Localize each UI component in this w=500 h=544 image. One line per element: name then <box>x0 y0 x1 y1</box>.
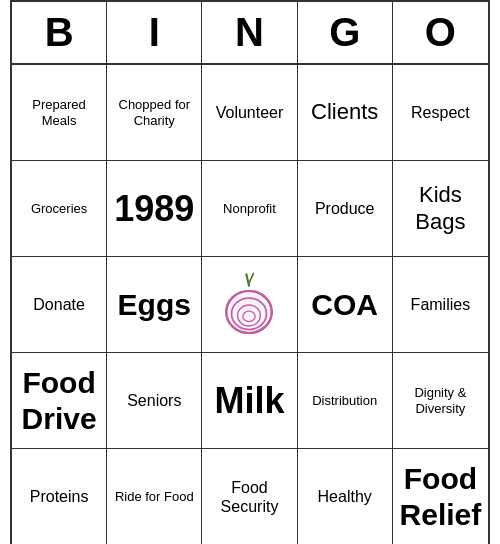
bingo-cell-17: Milk <box>202 353 297 449</box>
header-i: I <box>107 2 202 63</box>
svg-line-0 <box>247 274 250 285</box>
bingo-cell-3: Clients <box>298 65 393 161</box>
cell-text-19: Dignity & Diversity <box>399 385 482 416</box>
header-o: O <box>393 2 488 63</box>
cell-text-0: Prepared Meals <box>18 97 100 128</box>
cell-text-8: Produce <box>315 199 375 218</box>
cell-text-1: Chopped for Charity <box>113 97 195 128</box>
bingo-cell-10: Donate <box>12 257 107 353</box>
cell-text-4: Respect <box>411 103 470 122</box>
bingo-cell-9: Kids Bags <box>393 161 488 257</box>
cell-text-23: Healthy <box>318 487 372 506</box>
bingo-cell-7: Nonprofit <box>202 161 297 257</box>
bingo-cell-6: 1989 <box>107 161 202 257</box>
cell-text-11: Eggs <box>118 287 191 323</box>
cell-text-18: Distribution <box>312 393 377 409</box>
cell-text-21: Ride for Food <box>115 489 194 505</box>
bingo-cell-8: Produce <box>298 161 393 257</box>
bingo-cell-11: Eggs <box>107 257 202 353</box>
bingo-cell-23: Healthy <box>298 449 393 544</box>
cell-text-6: 1989 <box>114 187 194 230</box>
cell-text-7: Nonprofit <box>223 201 276 217</box>
bingo-cell-4: Respect <box>393 65 488 161</box>
bingo-cell-19: Dignity & Diversity <box>393 353 488 449</box>
header-g: G <box>298 2 393 63</box>
bingo-cell-13: COA <box>298 257 393 353</box>
bingo-cell-18: Distribution <box>298 353 393 449</box>
bingo-header: B I N G O <box>12 2 488 65</box>
cell-text-2: Volunteer <box>216 103 284 122</box>
cell-text-20: Proteins <box>30 487 89 506</box>
cell-text-17: Milk <box>214 379 284 422</box>
bingo-cell-14: Families <box>393 257 488 353</box>
bingo-cell-15: Food Drive <box>12 353 107 449</box>
cell-text-22: Food Security <box>208 478 290 516</box>
bingo-cell-5: Groceries <box>12 161 107 257</box>
bingo-cell-0: Prepared Meals <box>12 65 107 161</box>
bingo-card: B I N G O Prepared MealsChopped for Char… <box>10 0 490 544</box>
cell-text-5: Groceries <box>31 201 87 217</box>
cell-text-13: COA <box>311 287 378 323</box>
bingo-cell-12 <box>202 257 297 353</box>
cell-text-15: Food Drive <box>18 365 100 437</box>
bingo-cell-22: Food Security <box>202 449 297 544</box>
cell-text-3: Clients <box>311 99 378 125</box>
bingo-cell-2: Volunteer <box>202 65 297 161</box>
bingo-cell-1: Chopped for Charity <box>107 65 202 161</box>
cell-text-24: Food Relief <box>399 461 482 533</box>
bingo-grid: Prepared MealsChopped for CharityVolunte… <box>12 65 488 544</box>
header-b: B <box>12 2 107 63</box>
header-n: N <box>202 2 297 63</box>
bingo-cell-16: Seniors <box>107 353 202 449</box>
cell-text-14: Families <box>411 295 471 314</box>
bingo-cell-20: Proteins <box>12 449 107 544</box>
svg-point-6 <box>227 291 273 333</box>
cell-text-10: Donate <box>33 295 85 314</box>
bingo-cell-24: Food Relief <box>393 449 488 544</box>
bingo-cell-21: Ride for Food <box>107 449 202 544</box>
cell-text-9: Kids Bags <box>399 182 482 235</box>
cell-text-16: Seniors <box>127 391 181 410</box>
svg-line-1 <box>249 273 253 283</box>
